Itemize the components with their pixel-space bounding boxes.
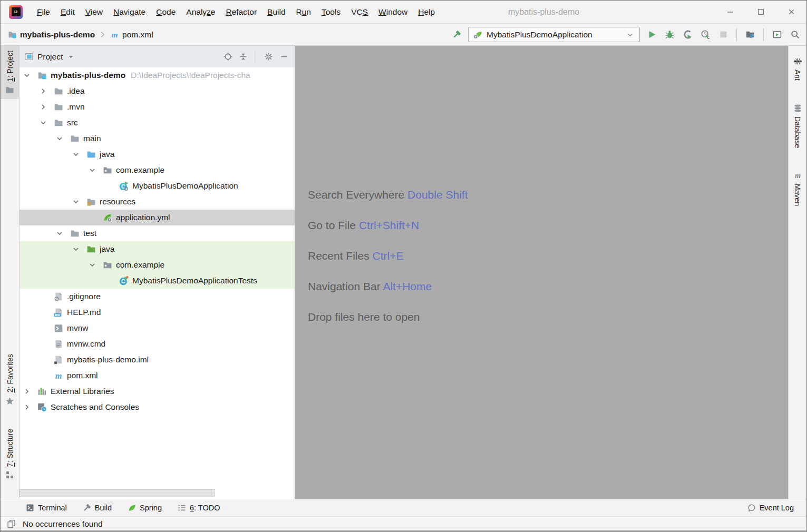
run-anything-button[interactable]: [771, 28, 783, 41]
svg-text:MD: MD: [55, 313, 60, 317]
project-panel-header: Project: [20, 46, 295, 67]
tree-indent: [39, 292, 47, 301]
menu-tools[interactable]: Tools: [316, 1, 346, 23]
menu-navigate[interactable]: Navigate: [108, 1, 151, 23]
tool-tab-maven[interactable]: mMaven: [789, 166, 807, 211]
tree-item-mvn[interactable]: .mvn: [20, 99, 295, 115]
minimize-button[interactable]: [715, 1, 745, 23]
menu-analyze[interactable]: Analyze: [181, 1, 220, 23]
horizontal-scrollbar[interactable]: [20, 489, 295, 498]
tree-chevron-down[interactable]: [39, 119, 47, 127]
tree-chevron-down[interactable]: [72, 198, 80, 206]
run-with-coverage-button[interactable]: [681, 28, 694, 41]
close-button[interactable]: [776, 1, 806, 23]
run-config-select[interactable]: MybatisPlusDemoApplication: [468, 27, 640, 42]
window-controls: [715, 1, 806, 23]
tree-chevron-down[interactable]: [72, 245, 80, 253]
tool-window-button-event-log[interactable]: Event Log: [747, 504, 794, 512]
tree-item-java[interactable]: java: [20, 146, 295, 162]
tree-item-test[interactable]: test: [20, 225, 295, 241]
menu-file[interactable]: File: [32, 1, 55, 23]
stop-icon: [719, 30, 728, 39]
maximize-button[interactable]: [745, 1, 776, 23]
menu-window[interactable]: Window: [373, 1, 413, 23]
tree-item-resources[interactable]: resources: [20, 194, 295, 210]
tool-window-button-6-todo[interactable]: 6: TODO: [178, 504, 220, 512]
menu-build[interactable]: Build: [262, 1, 290, 23]
tree-item-external-libraries[interactable]: External Libraries: [20, 383, 295, 399]
stop-button[interactable]: [717, 28, 730, 41]
tree-item-mybatis-plus-demo-iml[interactable]: mybatis-plus-demo.iml: [20, 352, 295, 368]
tool-tab-project[interactable]: 1: Project: [1, 46, 19, 99]
tree-item-src[interactable]: src: [20, 115, 295, 131]
tree-chevron-down[interactable]: [55, 229, 64, 238]
tree-chevron-down[interactable]: [23, 71, 31, 80]
tree-item-label: application.yml: [116, 213, 170, 222]
collapse-all-button[interactable]: [239, 52, 248, 61]
tool-window-button-spring[interactable]: Spring: [128, 504, 162, 512]
project-panel-title[interactable]: Project: [37, 52, 63, 62]
menu-edit[interactable]: Edit: [55, 1, 80, 23]
profiler-button[interactable]: [699, 28, 712, 41]
tree-item-mybatisplusdemoapplication[interactable]: CMybatisPlusDemoApplication: [20, 178, 295, 194]
build-project-button[interactable]: [450, 28, 463, 41]
tree-item-com-example[interactable]: com.example: [20, 162, 295, 178]
tree-item-label: resources: [100, 197, 135, 206]
tree-item-label: mvnw: [67, 323, 88, 333]
run-config-label: MybatisPlusDemoApplication: [487, 30, 621, 40]
tree-item-scratches-and-consoles[interactable]: Scratches and Consoles: [20, 399, 295, 415]
chevron-down-icon[interactable]: [66, 52, 75, 61]
tool-window-button-terminal[interactable]: Terminal: [26, 504, 67, 512]
locate-icon: [223, 52, 232, 61]
tree-chevron-down[interactable]: [72, 150, 80, 159]
menu-run[interactable]: Run: [291, 1, 316, 23]
tree-item-application-yml[interactable]: application.yml: [20, 210, 295, 225]
breadcrumb-project[interactable]: mybatis-plus-demo: [20, 30, 95, 40]
text-file-icon: [54, 339, 63, 349]
tool-tab-database[interactable]: Database: [789, 99, 807, 153]
tree-item-mybatis-plus-demo[interactable]: mybatis-plus-demoD:\IdeaProjects\IdeaPro…: [20, 67, 295, 83]
breadcrumb-file[interactable]: pom.xml: [122, 30, 153, 40]
debug-button[interactable]: [663, 28, 676, 41]
tree-item-main[interactable]: main: [20, 131, 295, 146]
tree-chevron-right[interactable]: [23, 403, 31, 411]
tree-chevron-down[interactable]: [55, 134, 64, 143]
tool-tab-7-structure[interactable]: 7: Structure: [1, 424, 19, 484]
tree-item-mvnw-cmd[interactable]: mvnw.cmd: [20, 336, 295, 352]
tree-item-mvnw[interactable]: mvnw: [20, 320, 295, 336]
tool-window-button-build[interactable]: Build: [83, 504, 112, 512]
tree-item-mybatisplusdemoapplicationtests[interactable]: CMybatisPlusDemoApplicationTests: [20, 273, 295, 289]
menu-view[interactable]: View: [80, 1, 108, 23]
hammer-green-icon: [452, 30, 461, 39]
locate-file-button[interactable]: [223, 52, 232, 61]
tool-tab-label: 2: Favorites: [6, 354, 14, 392]
main-toolbar: mybatis-plus-demo m pom.xml MybatisPlusD…: [1, 24, 806, 46]
scrollbar-thumb[interactable]: [20, 489, 215, 497]
search-everywhere-button[interactable]: [789, 28, 801, 41]
tree-chevron-right[interactable]: [23, 387, 31, 396]
tree-chevron-down[interactable]: [88, 166, 96, 174]
tree-chevron-down[interactable]: [88, 261, 96, 269]
tree-item-path: D:\IdeaProjects\IdeaProjects-cha: [131, 71, 250, 80]
hide-panel-button[interactable]: [279, 52, 288, 61]
menu-vcs[interactable]: VCS: [346, 1, 373, 23]
tree-chevron-right[interactable]: [39, 87, 47, 95]
menu-refactor[interactable]: Refactor: [220, 1, 262, 23]
breadcrumb-folder: [8, 30, 17, 39]
tree-item-pom-xml[interactable]: mpom.xml: [20, 368, 295, 383]
project-structure-button[interactable]: [744, 28, 756, 41]
tree-item-idea[interactable]: .idea: [20, 83, 295, 99]
menu-help[interactable]: Help: [413, 1, 440, 23]
tree-chevron-right[interactable]: [39, 103, 47, 111]
menu-code[interactable]: Code: [151, 1, 181, 23]
occurrences-icon: [7, 519, 16, 528]
tool-tab-2-favorites[interactable]: 2: Favorites: [1, 349, 19, 410]
folder-icon: [70, 134, 80, 143]
tree-item-gitignore[interactable]: .gitignore: [20, 289, 295, 304]
tree-item-com-example[interactable]: com.example: [20, 257, 295, 273]
run-button[interactable]: [645, 28, 658, 41]
tree-item-help-md[interactable]: MDHELP.md: [20, 304, 295, 320]
tool-tab-ant[interactable]: Ant: [789, 52, 807, 85]
tree-item-java[interactable]: java: [20, 241, 295, 257]
settings-button[interactable]: [264, 52, 273, 61]
